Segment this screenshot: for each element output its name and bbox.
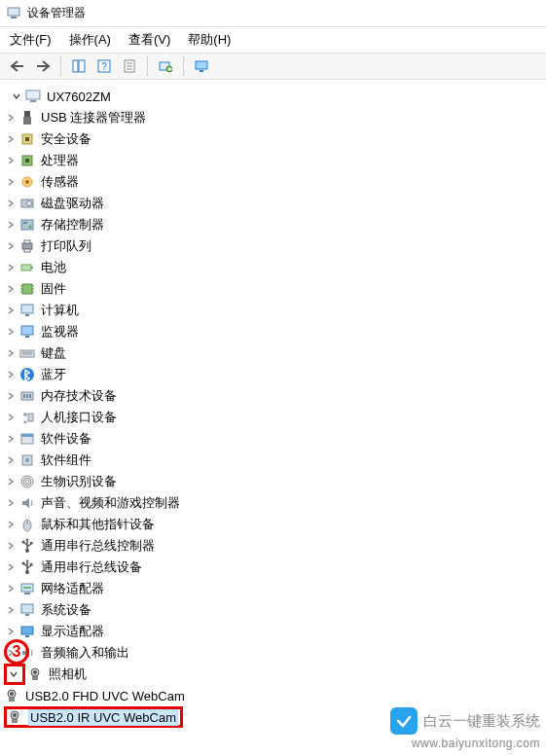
tree-category-batteries[interactable]: 电池 xyxy=(4,257,542,278)
tree-category-label: 电池 xyxy=(41,259,66,276)
tree-category-computer[interactable]: 计算机 xyxy=(4,300,542,321)
svg-point-61 xyxy=(25,480,29,484)
chevron-right-icon[interactable] xyxy=(4,432,18,446)
tree-category-label: 内存技术设备 xyxy=(41,387,117,405)
chevron-right-icon[interactable] xyxy=(4,475,18,488)
tree-category-disk-drives[interactable]: 磁盘驱动器 xyxy=(4,193,542,214)
chevron-right-icon[interactable] xyxy=(4,154,18,167)
svg-rect-50 xyxy=(23,394,25,398)
disk-icon xyxy=(19,196,35,211)
tree-category-mice[interactable]: 鼠标和其他指针设备 xyxy=(4,514,542,535)
svg-rect-32 xyxy=(21,265,31,270)
tree-category-sensors[interactable]: 传感器 xyxy=(4,171,542,193)
chevron-right-icon[interactable] xyxy=(4,261,18,274)
chevron-right-icon[interactable] xyxy=(4,625,18,638)
tree-category-monitors[interactable]: 监视器 xyxy=(4,321,542,342)
tree-category-label: USB 连接器管理器 xyxy=(41,109,146,126)
chevron-right-icon[interactable] xyxy=(4,111,18,125)
svg-rect-15 xyxy=(30,100,36,102)
chevron-right-icon[interactable] xyxy=(4,496,18,510)
tree-category-processors[interactable]: 处理器 xyxy=(4,150,542,171)
tree-category-usb-devices[interactable]: 通用串行总线设备 xyxy=(4,557,542,578)
tree-category-cameras[interactable]: 照相机 xyxy=(4,664,542,685)
tree-category-security-devices[interactable]: 安全设备 xyxy=(4,128,542,150)
svg-rect-12 xyxy=(196,61,207,69)
menu-action[interactable]: 操作(A) xyxy=(69,31,111,49)
chevron-right-icon[interactable] xyxy=(4,603,18,617)
show-hide-console-button[interactable] xyxy=(67,55,91,77)
tree-category-biometric[interactable]: 生物识别设备 xyxy=(4,471,542,492)
chevron-right-icon[interactable] xyxy=(4,175,18,189)
menubar: 文件(F) 操作(A) 查看(V) 帮助(H) xyxy=(0,27,546,53)
device-tree[interactable]: UX7602ZM USB 连接器管理器安全设备处理器传感器磁盘驱动器存储控制器打… xyxy=(0,80,546,732)
camera-icon xyxy=(7,709,22,725)
chevron-right-icon[interactable] xyxy=(4,389,18,403)
tree-category-memory-tech[interactable]: 内存技术设备 xyxy=(4,385,542,407)
svg-rect-26 xyxy=(21,220,33,230)
chevron-right-icon[interactable] xyxy=(4,368,18,381)
forward-button[interactable] xyxy=(31,55,55,77)
svg-rect-0 xyxy=(8,8,19,16)
tree-category-storage-controllers[interactable]: 存储控制器 xyxy=(4,214,542,235)
chevron-right-icon[interactable] xyxy=(4,325,18,339)
menu-file[interactable]: 文件(F) xyxy=(10,31,52,49)
scan-hardware-button[interactable] xyxy=(154,55,177,77)
chevron-right-icon[interactable] xyxy=(4,582,18,595)
chevron-right-icon[interactable] xyxy=(4,453,18,467)
tree-category-print-queues[interactable]: 打印队列 xyxy=(4,235,542,257)
svg-rect-85 xyxy=(32,676,38,680)
chevron-right-icon[interactable] xyxy=(4,346,18,360)
chevron-down-icon[interactable] xyxy=(7,667,20,681)
chevron-right-icon[interactable] xyxy=(4,282,18,296)
svg-point-73 xyxy=(22,562,25,565)
chevron-right-icon[interactable] xyxy=(4,518,18,531)
chevron-right-icon[interactable] xyxy=(4,239,18,253)
tree-category-bluetooth[interactable]: 蓝牙 xyxy=(4,364,542,385)
monitor-icon xyxy=(19,324,35,340)
component-icon xyxy=(19,452,35,468)
svg-rect-21 xyxy=(25,159,29,162)
chevron-right-icon[interactable] xyxy=(4,411,18,424)
tree-category-usb-connector[interactable]: USB 连接器管理器 xyxy=(4,107,542,128)
menu-view[interactable]: 查看(V) xyxy=(128,31,170,49)
tree-category-audio-io[interactable]: 音频输入和输出 xyxy=(4,642,542,664)
svg-rect-2 xyxy=(73,60,78,72)
svg-rect-54 xyxy=(28,414,33,421)
back-button[interactable] xyxy=(6,55,29,77)
tree-category-software-components[interactable]: 软件组件 xyxy=(4,450,542,471)
tree-category-audio-video-game[interactable]: 声音、视频和游戏控制器 xyxy=(4,492,542,514)
chevron-right-icon[interactable] xyxy=(4,304,18,317)
tree-category-keyboards[interactable]: 键盘 xyxy=(4,342,542,364)
chevron-right-icon[interactable] xyxy=(4,132,18,146)
monitor-button[interactable] xyxy=(190,55,213,77)
tree-category-usb-controllers[interactable]: 通用串行总线控制器 xyxy=(4,535,542,557)
tree-category-network-adapters[interactable]: 网络适配器 xyxy=(4,578,542,599)
tree-root-node[interactable]: UX7602ZM xyxy=(4,86,542,107)
chevron-right-icon[interactable] xyxy=(4,218,18,232)
tree-device-cam-fhd[interactable]: USB2.0 FHD UVC WebCam xyxy=(4,685,542,706)
svg-rect-27 xyxy=(23,222,27,224)
tree-category-hid[interactable]: 人机接口设备 xyxy=(4,407,542,428)
tree-category-label: 通用串行总线控制器 xyxy=(41,537,155,555)
chevron-right-icon[interactable] xyxy=(4,539,18,553)
tree-category-label: 磁盘驱动器 xyxy=(41,195,104,212)
chevron-down-icon[interactable] xyxy=(10,90,23,103)
tree-category-label: 监视器 xyxy=(41,323,79,341)
help-button[interactable]: ? xyxy=(92,55,116,77)
svg-rect-69 xyxy=(30,542,33,545)
tree-category-firmware[interactable]: 固件 xyxy=(4,278,542,300)
menu-help[interactable]: 帮助(H) xyxy=(188,31,231,49)
chevron-right-icon[interactable] xyxy=(4,197,18,210)
svg-rect-44 xyxy=(25,336,29,338)
chevron-right-icon[interactable] xyxy=(4,560,18,574)
cpu-icon xyxy=(19,153,35,168)
display-icon xyxy=(19,624,35,639)
camera-icon xyxy=(4,688,19,703)
svg-rect-88 xyxy=(9,698,15,702)
tree-category-system-devices[interactable]: 系统设备 xyxy=(4,599,542,621)
svg-rect-51 xyxy=(26,394,28,398)
tree-category-software-devices[interactable]: 软件设备 xyxy=(4,428,542,450)
properties-button[interactable] xyxy=(118,55,141,77)
tree-category-display-adapters[interactable]: 显示适配器 xyxy=(4,621,542,642)
toolbar-separator xyxy=(147,56,148,76)
